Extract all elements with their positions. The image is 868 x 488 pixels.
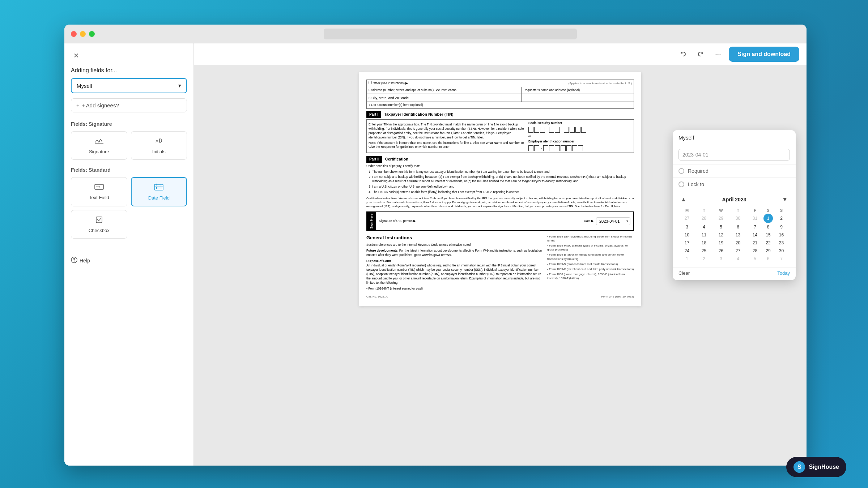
checkbox-icon — [94, 215, 104, 226]
signee-dropdown[interactable]: Myself ▾ — [71, 78, 187, 93]
calendar-day[interactable]: 28 — [746, 247, 763, 255]
part2-header: Part II — [366, 156, 382, 163]
calendar-day[interactable]: 5 — [712, 223, 729, 231]
lock-to-radio[interactable] — [678, 181, 684, 187]
calendar-day[interactable]: 27 — [729, 247, 746, 255]
calendar-day[interactable]: 5 — [746, 255, 763, 263]
calendar-day[interactable]: 1 — [763, 214, 773, 223]
calendar-day[interactable]: 20 — [729, 239, 746, 247]
form-label: Form W-9 (Rev. 10-2018) — [601, 295, 634, 299]
dpp-lock-row: Lock to — [673, 178, 796, 191]
part1-heading: Taxpayer Identification Number (TIN) — [384, 112, 454, 117]
calendar-day[interactable]: 4 — [729, 255, 746, 263]
calendar-day[interactable]: 27 — [678, 214, 695, 223]
next-month-button[interactable]: ▼ — [780, 196, 790, 204]
calendar-month-label[interactable]: April 2023 — [722, 197, 746, 202]
weekday-fri: F — [746, 207, 763, 214]
date-select[interactable]: 2023-04-01 — [596, 217, 630, 225]
calendar-day[interactable]: 9 — [773, 223, 790, 231]
calendar-day[interactable]: 19 — [712, 239, 729, 247]
calendar-day[interactable]: 26 — [712, 247, 729, 255]
weekday-sat: S — [763, 207, 773, 214]
weekday-sun: S — [773, 207, 790, 214]
maximize-window-button[interactable] — [89, 31, 95, 37]
calendar-day[interactable]: 8 — [763, 223, 773, 231]
calendar-day[interactable]: 10 — [678, 231, 695, 239]
calendar-day[interactable]: 30 — [773, 247, 790, 255]
weekday-thu: T — [729, 207, 746, 214]
close-window-button[interactable] — [71, 31, 77, 37]
calendar-day[interactable]: 2 — [773, 214, 790, 223]
help-link[interactable]: Help — [71, 246, 187, 264]
calendar-day[interactable]: 25 — [695, 247, 712, 255]
calendar-day[interactable]: 15 — [763, 231, 773, 239]
dpp-date-input-area — [673, 145, 796, 164]
date-field-container[interactable]: 2023-04-01 ▾ — [596, 217, 630, 225]
calendar-day[interactable]: 6 — [729, 223, 746, 231]
calendar-clear-button[interactable]: Clear — [678, 270, 690, 276]
ssn-label: Social security number — [528, 121, 632, 125]
checkbox-field-button[interactable]: Checkbox — [71, 210, 127, 239]
calendar-day[interactable]: 28 — [695, 214, 712, 223]
calendar-day[interactable]: 17 — [678, 239, 695, 247]
signee-value: Myself — [77, 83, 92, 89]
calendar-day[interactable]: 29 — [712, 214, 729, 223]
calendar-day[interactable]: 24 — [678, 247, 695, 255]
required-radio[interactable] — [678, 168, 684, 174]
add-signees-button[interactable]: + + Add signees? — [71, 98, 187, 112]
calendar-day[interactable]: 16 — [773, 231, 790, 239]
part1-header: Part I — [366, 111, 381, 118]
app-window: ✕ Adding fields for... Myself ▾ + + Add … — [64, 25, 807, 466]
calendar-day[interactable]: 31 — [746, 214, 763, 223]
traffic-lights — [71, 31, 95, 37]
url-bar[interactable] — [324, 29, 577, 39]
calendar-day[interactable]: 3 — [678, 223, 695, 231]
prev-month-button[interactable]: ▲ — [678, 196, 689, 204]
signature-field-button[interactable]: Signature — [71, 131, 127, 160]
calendar-day[interactable]: 23 — [773, 239, 790, 247]
calendar-day[interactable]: 7 — [773, 255, 790, 263]
sign-here-label: Sign Here — [367, 212, 376, 230]
dpp-date-input[interactable] — [678, 149, 790, 160]
initials-label: Initials — [152, 149, 166, 154]
calendar-day[interactable]: 6 — [763, 255, 773, 263]
general-instructions-heading: General Instructions — [366, 235, 544, 241]
signhouse-logo: S — [793, 461, 805, 473]
date-label-text: Date ▶ — [584, 219, 594, 223]
calendar-day[interactable]: 7 — [746, 223, 763, 231]
calendar-day[interactable]: 29 — [763, 247, 773, 255]
calendar-day[interactable]: 14 — [746, 231, 763, 239]
initials-field-button[interactable]: Initials — [131, 131, 187, 160]
weekday-wed: W — [712, 207, 729, 214]
redo-button[interactable] — [694, 48, 707, 61]
undo-button[interactable] — [677, 48, 690, 61]
calendar-day[interactable]: 12 — [712, 231, 729, 239]
calendar-day[interactable]: 21 — [746, 239, 763, 247]
calendar-day[interactable]: 3 — [712, 255, 729, 263]
calendar-day[interactable]: 4 — [695, 223, 712, 231]
date-area: Date ▶ 2023-04-01 ▾ — [584, 217, 630, 225]
calendar-today-button[interactable]: Today — [777, 270, 790, 276]
close-sidebar-button[interactable]: ✕ — [71, 51, 81, 61]
minimize-window-button[interactable] — [80, 31, 86, 37]
sign-here-row: Sign Here Signature of U.S. person ▶ Dat… — [366, 211, 634, 231]
calendar-day[interactable]: 30 — [729, 214, 746, 223]
date-field-icon — [154, 183, 164, 193]
calendar-day[interactable]: 1 — [678, 255, 695, 263]
date-field-button[interactable]: Date Field — [131, 177, 187, 206]
part2-heading: Certification — [385, 157, 408, 162]
document-viewport[interactable]: Other (see instructions) ▶ (Applies to a… — [194, 65, 807, 466]
calendar-day[interactable]: 18 — [695, 239, 712, 247]
calendar-day[interactable]: 13 — [729, 231, 746, 239]
calendar-footer: Clear Today — [673, 267, 796, 280]
sign-download-button[interactable]: Sign and download — [729, 47, 799, 62]
signhouse-badge: S SignHouse — [786, 457, 846, 477]
calendar-day[interactable]: 2 — [695, 255, 712, 263]
calendar-day[interactable]: 22 — [763, 239, 773, 247]
calendar-day[interactable]: 11 — [695, 231, 712, 239]
more-options-button[interactable]: ··· — [711, 48, 724, 61]
text-field-button[interactable]: Text Field — [71, 177, 127, 206]
calendar-grid: M T W T F S S 27282930311234567 — [678, 207, 790, 263]
date-field-label: Date Field — [148, 195, 170, 201]
general-desc1: Section references are to the Internal R… — [366, 243, 544, 247]
